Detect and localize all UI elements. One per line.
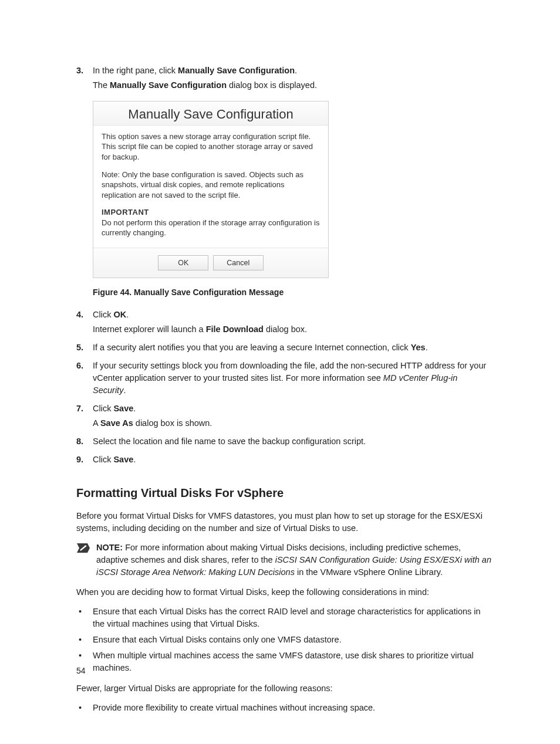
step-number: 4.	[76, 309, 93, 338]
fewer-paragraph: Fewer, larger Virtual Disks are appropri…	[76, 682, 492, 695]
step-number: 7.	[76, 403, 93, 432]
step-6: 6. If your security settings block you f…	[76, 360, 492, 399]
figure-44: Manually Save Configuration This option …	[93, 101, 492, 278]
step-6-line1: If your security settings block you from…	[93, 360, 492, 397]
step-number: 5.	[76, 341, 93, 356]
step-5: 5. If a security alert notifies you that…	[76, 341, 492, 356]
note-block: NOTE: For more information about making …	[76, 542, 492, 579]
step-9: 9. Click Save.	[76, 454, 492, 468]
step-7-line1: Click Save.	[93, 403, 492, 415]
list-item: • Ensure that each Virtual Disks contain…	[76, 634, 492, 646]
step-3-line1: In the right pane, click Manually Save C…	[93, 65, 492, 77]
step-number: 8.	[76, 435, 93, 450]
dialog-paragraph-2: Note: Only the base configuration is sav…	[102, 170, 320, 201]
list-item: • Provide more flexibility to create vir…	[76, 702, 492, 714]
step-number: 3.	[76, 65, 93, 94]
list-item: • When multiple virtual machines access …	[76, 650, 492, 674]
page-number: 54	[76, 665, 86, 677]
step-number: 6.	[76, 360, 93, 399]
step-4-line2: Internet explorer will launch a File Dow…	[93, 323, 492, 336]
step-7-line2: A Save As dialog box is shown.	[93, 417, 492, 430]
step-8-line1: Select the location and file name to sav…	[93, 435, 492, 448]
step-3-line2: The Manually Save Configuration dialog b…	[93, 79, 492, 92]
step-4: 4. Click OK. Internet explorer will laun…	[76, 309, 492, 338]
cancel-button[interactable]: Cancel	[213, 255, 264, 270]
step-3: 3. In the right pane, click Manually Sav…	[76, 65, 492, 94]
list-item: • Ensure that each Virtual Disks has the…	[76, 606, 492, 630]
step-7: 7. Click Save. A Save As dialog box is s…	[76, 403, 492, 432]
note-label: NOTE:	[96, 543, 125, 552]
step-8: 8. Select the location and file name to …	[76, 435, 492, 450]
section-heading-formatting: Formatting Virtual Disks For vSphere	[76, 485, 492, 502]
step-9-line1: Click Save.	[93, 454, 492, 466]
dialog-title: Manually Save Configuration	[93, 102, 328, 126]
step-number: 9.	[76, 454, 93, 468]
note-icon	[76, 543, 90, 553]
intro-paragraph: Before you format Virtual Disks for VMFS…	[76, 510, 492, 535]
figure-caption: Figure 44. Manually Save Configuration M…	[93, 286, 492, 298]
manually-save-dialog: Manually Save Configuration This option …	[93, 101, 329, 278]
step-5-line1: If a security alert notifies you that yo…	[93, 341, 492, 354]
ok-button[interactable]: OK	[158, 255, 208, 270]
dialog-important: IMPORTANT Do not perform this operation …	[102, 207, 320, 238]
step-4-line1: Click OK.	[93, 309, 492, 321]
considerations-paragraph: When you are deciding how to format Virt…	[76, 586, 492, 598]
dialog-paragraph-1: This option saves a new storage array co…	[102, 131, 320, 163]
